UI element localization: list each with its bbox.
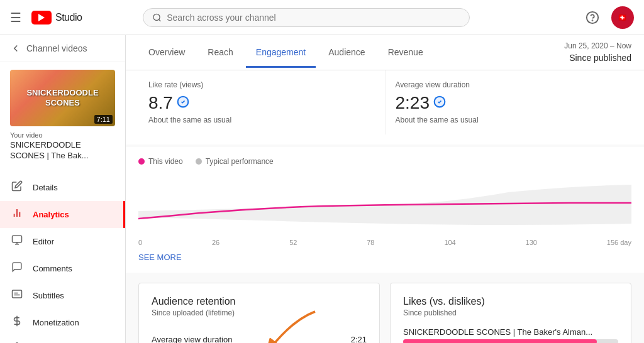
logo-area: Studio — [31, 11, 82, 24]
retention-card-subtitle: Since uploaded (lifetime) — [152, 308, 367, 317]
monetization-icon — [10, 315, 24, 330]
likes-bar-fill-0 — [403, 339, 597, 343]
youtube-logo — [31, 11, 52, 24]
video-thumbnail-area: SNICKERDOODLESCONES 7:11 Your video SNIC… — [0, 62, 125, 169]
stat-card-avg-duration: Average view duration 2:23 About the sam… — [386, 70, 632, 134]
video-thumbnail[interactable]: SNICKERDOODLESCONES 7:11 — [10, 70, 115, 126]
x-label-2: 52 — [289, 239, 297, 246]
sidebar-item-label: Comments — [33, 264, 72, 273]
likes-card-title: Likes (vs. dislikes) — [403, 296, 618, 307]
main-content: Overview Reach Engagement Audience Reven… — [126, 35, 644, 343]
tabs-bar: Overview Reach Engagement Audience Reven… — [126, 35, 644, 70]
analytics-icon — [10, 207, 24, 222]
stat-check-0 — [177, 95, 189, 111]
chart-area: This video Typical performance 0 26 52 — [126, 147, 644, 273]
metric-row-0: Average view duration 2:21 — [152, 330, 367, 343]
x-label-4: 104 — [444, 239, 455, 246]
date-range: Jun 25, 2020 – Now Since published — [564, 35, 631, 70]
top-header: ☰ Studio 🇨🇭 — [0, 0, 644, 35]
search-icon — [152, 13, 162, 23]
engagement-chart — [138, 173, 631, 236]
video-duration: 7:11 — [94, 115, 113, 124]
likes-rows: SNICKERDOODLE SCONES | The Baker's Alman… — [403, 327, 618, 343]
x-label-5: 130 — [526, 239, 537, 246]
studio-label: Studio — [55, 12, 82, 23]
date-line: Jun 25, 2020 – Now — [564, 40, 631, 52]
sidebar-back-button[interactable]: Channel videos — [0, 35, 125, 62]
retention-metrics: Average view duration 2:21 Average perce… — [152, 330, 367, 343]
likes-item-0: SNICKERDOODLE SCONES | The Baker's Alman… — [403, 327, 618, 343]
stat-card-like-rate: Like rate (views) 8.7 About the same as … — [138, 70, 386, 134]
bottom-cards: Audience retention Since uploaded (lifet… — [126, 273, 644, 343]
this-video-dot — [138, 158, 145, 165]
likes-bar-container-0 — [403, 339, 618, 343]
your-video-label: Your video — [10, 131, 115, 139]
sidebar-item-monetization[interactable]: Monetization — [0, 309, 125, 336]
x-label-0: 0 — [138, 239, 142, 246]
metric-name-0: Average view duration — [152, 335, 232, 343]
stat-number-1: 2:23 — [396, 93, 430, 113]
sidebar-item-label: Editor — [33, 237, 54, 246]
stat-value-1: 2:23 — [396, 93, 622, 113]
help-icon — [586, 11, 599, 24]
svg-rect-7 — [13, 236, 22, 242]
header-right: 🇨🇭 — [581, 6, 634, 29]
back-label: Channel videos — [26, 43, 87, 53]
svg-point-0 — [153, 14, 160, 20]
stat-number-0: 8.7 — [148, 93, 173, 113]
tab-overview[interactable]: Overview — [138, 37, 195, 68]
editor-icon — [10, 234, 24, 249]
chart-see-more-link[interactable]: SEE MORE — [138, 253, 182, 262]
sidebar-item-label: Analytics — [33, 210, 69, 219]
subtitles-icon — [10, 288, 24, 303]
search-input[interactable] — [167, 13, 460, 23]
stat-label-1: Average view duration — [396, 80, 622, 89]
tab-reach[interactable]: Reach — [197, 37, 243, 68]
body-area: Channel videos SNICKERDOODLESCONES 7:11 … — [0, 35, 644, 343]
since-published: Since published — [564, 52, 631, 65]
stat-desc-0: About the same as usual — [148, 116, 375, 124]
stats-area: Like rate (views) 8.7 About the same as … — [126, 70, 644, 144]
chart-legend: This video Typical performance — [138, 157, 631, 166]
retention-card-title: Audience retention — [152, 296, 367, 307]
metric-value-0: 2:21 — [351, 335, 367, 343]
sidebar-item-details[interactable]: Details — [0, 174, 125, 201]
sidebar-item-subtitles[interactable]: Subtitles — [0, 282, 125, 309]
this-video-label: This video — [148, 157, 183, 166]
stat-desc-1: About the same as usual — [396, 116, 622, 124]
sidebar-nav: Details Analytics Editor Comments — [0, 169, 125, 343]
details-icon — [10, 180, 24, 195]
back-icon — [10, 43, 21, 54]
sidebar: Channel videos SNICKERDOODLESCONES 7:11 … — [0, 35, 126, 343]
avatar-flag: 🇨🇭 — [618, 13, 627, 22]
likes-item-label-0: SNICKERDOODLE SCONES | The Baker's Alman… — [403, 327, 618, 337]
video-title: SNICKERDOODLE SCONES | The Bak... — [10, 140, 115, 161]
tab-audience[interactable]: Audience — [318, 37, 375, 68]
hamburger-menu-icon[interactable]: ☰ — [10, 10, 21, 25]
svg-point-3 — [592, 20, 593, 21]
chart-x-axis: 0 26 52 78 104 130 156 day — [138, 239, 631, 246]
typical-label: Typical performance — [206, 157, 274, 166]
help-button[interactable] — [581, 6, 604, 29]
x-label-3: 78 — [367, 239, 374, 246]
stat-check-1 — [433, 95, 446, 111]
avatar[interactable]: 🇨🇭 — [611, 6, 634, 29]
sidebar-item-settings[interactable]: Settings — [0, 336, 125, 343]
tab-engagement[interactable]: Engagement — [246, 37, 316, 68]
comments-icon — [10, 261, 24, 276]
legend-item-typical: Typical performance — [196, 157, 274, 166]
x-label-6: 156 day — [607, 239, 631, 246]
likes-card-subtitle: Since published — [403, 308, 618, 317]
search-bar[interactable] — [143, 8, 470, 27]
sidebar-item-editor[interactable]: Editor — [0, 228, 125, 255]
stat-value-0: 8.7 — [148, 93, 375, 113]
sidebar-item-label: Subtitles — [33, 291, 64, 300]
sidebar-item-comments[interactable]: Comments — [0, 255, 125, 282]
tab-revenue[interactable]: Revenue — [378, 37, 433, 68]
chart-wrapper — [138, 173, 631, 236]
sidebar-item-analytics[interactable]: Analytics — [0, 201, 125, 228]
likes-card: Likes (vs. dislikes) Since published SNI… — [390, 283, 631, 343]
x-label-1: 26 — [212, 239, 219, 246]
retention-card: Audience retention Since uploaded (lifet… — [138, 283, 380, 343]
legend-item-this-video: This video — [138, 157, 183, 166]
